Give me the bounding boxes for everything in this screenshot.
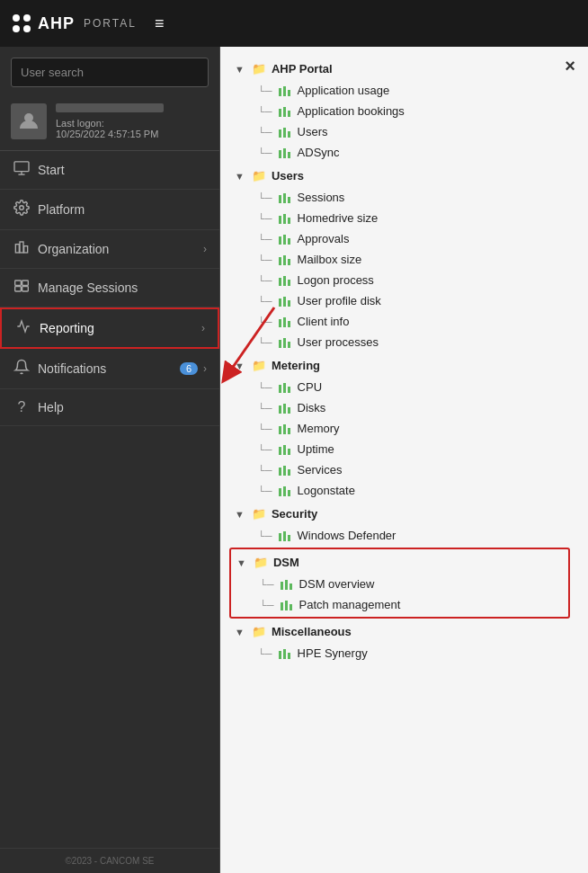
chart-icon <box>278 192 292 204</box>
nav-items: Start Platform Organization <box>0 151 219 848</box>
chart-icon <box>280 578 294 591</box>
svg-rect-66 <box>288 490 290 496</box>
tree-item-logon-process-label: Logon process <box>298 273 374 287</box>
tree-item-hpe-synergy-label: HPE Synergy <box>298 646 368 660</box>
tree-item-logonstate[interactable]: └─ Logonstate <box>254 480 570 501</box>
tree-folder-dsm[interactable]: ▼ 📁 DSM <box>235 551 565 574</box>
user-logon-label: Last logon: <box>56 118 209 129</box>
tree-item-application-usage[interactable]: └─ Application usage <box>254 80 570 101</box>
chart-icon <box>278 274 292 287</box>
logo-dot <box>23 25 31 32</box>
tree-group-miscellaneous: ▼ 📁 Miscellaneous └─ HPE Synergy <box>233 620 570 664</box>
tree-item-homedrive-size[interactable]: └─ Homedrive size <box>254 208 570 228</box>
svg-rect-20 <box>283 128 286 138</box>
logo-text: AHP <box>38 14 75 33</box>
svg-rect-21 <box>288 131 290 138</box>
user-avatar-icon <box>18 111 40 132</box>
tree-item-hpe-synergy[interactable]: └─ HPE Synergy <box>254 643 570 664</box>
tree-item-services[interactable]: └─ Services <box>254 459 570 480</box>
user-name-bar <box>56 103 164 112</box>
svg-rect-50 <box>283 383 286 393</box>
close-button[interactable]: × <box>565 56 575 76</box>
chart-icon <box>278 254 292 266</box>
svg-rect-35 <box>283 255 286 265</box>
tree-group-security: ▼ 📁 Security └─ Windows Defender <box>233 503 570 546</box>
tree-item-disks-label: Disks <box>298 401 326 414</box>
tree-item-windows-defender[interactable]: └─ Windows Defender <box>254 525 570 546</box>
tree-folder-metering[interactable]: ▼ 📁 Metering <box>233 354 570 377</box>
svg-rect-37 <box>279 278 281 286</box>
tree-folder-users[interactable]: ▼ 📁 Users <box>233 165 570 187</box>
tree-item-application-bookings[interactable]: └─ Application bookings <box>254 101 570 121</box>
tree-item-disks[interactable]: └─ Disks <box>254 397 570 418</box>
sidebar-item-notifications[interactable]: Notifications 6 › <box>0 349 219 389</box>
tree-group-metering: ▼ 📁 Metering └─ CPU └─ Disks <box>233 354 570 501</box>
svg-rect-9 <box>22 281 29 285</box>
menu-icon[interactable]: ≡ <box>155 14 165 33</box>
tree-folder-ahp-portal[interactable]: ▼ 📁 AHP Portal <box>233 58 570 80</box>
tree-item-user-processes[interactable]: └─ User processes <box>254 332 570 352</box>
sidebar-item-help[interactable]: ? Help <box>0 389 219 426</box>
sessions-icon <box>13 279 31 297</box>
chart-icon <box>278 336 292 349</box>
tree-item-cpu[interactable]: └─ CPU <box>254 377 570 397</box>
tree-item-user-profile-disk[interactable]: └─ User profile disk <box>254 290 570 311</box>
svg-rect-23 <box>283 148 286 158</box>
folder-icon: 📁 <box>254 556 268 569</box>
tree-children-ahp-portal: └─ Application usage └─ Application book… <box>254 80 570 163</box>
tree-item-homedrive-size-label: Homedrive size <box>298 211 379 225</box>
chart-icon <box>278 647 292 660</box>
svg-rect-36 <box>288 259 290 265</box>
tree-item-sessions[interactable]: └─ Sessions <box>254 187 570 208</box>
tree-folder-security[interactable]: ▼ 📁 Security <box>233 503 570 525</box>
sidebar: Last logon: 10/25/2022 4:57:15 PM Start <box>0 47 220 873</box>
tree-folder-miscellaneous[interactable]: ▼ 📁 Miscellaneous <box>233 620 570 643</box>
sidebar-item-manage-sessions[interactable]: Manage Sessions <box>0 269 219 307</box>
sidebar-item-start[interactable]: Start <box>0 151 219 190</box>
svg-rect-25 <box>279 195 281 203</box>
tree-item-users-ahp[interactable]: └─ Users <box>254 121 570 142</box>
tree-item-cpu-label: CPU <box>298 380 322 394</box>
tree-item-logon-process[interactable]: └─ Logon process <box>254 270 570 290</box>
dropdown-scroll[interactable]: ▼ 📁 AHP Portal └─ Application usage └─ A… <box>220 47 588 873</box>
tree-item-application-bookings-label: Application bookings <box>298 104 405 118</box>
chart-icon <box>278 85 292 97</box>
tree-item-memory[interactable]: └─ Memory <box>254 418 570 439</box>
tree-children-miscellaneous: └─ HPE Synergy <box>254 643 570 664</box>
tree-children-metering: └─ CPU └─ Disks └─ Memory <box>254 377 570 501</box>
svg-rect-39 <box>288 280 290 286</box>
svg-rect-32 <box>283 235 286 245</box>
svg-rect-63 <box>288 469 290 476</box>
svg-rect-13 <box>279 88 281 96</box>
user-logon-time: 10/25/2022 4:57:15 PM <box>56 129 209 139</box>
collapse-arrow-icon: ▼ <box>235 64 245 75</box>
svg-rect-42 <box>288 300 290 307</box>
collapse-arrow-icon: ▼ <box>235 361 245 371</box>
tree-item-approvals[interactable]: └─ Approvals <box>254 228 570 249</box>
tree-item-uptime[interactable]: └─ Uptime <box>254 439 570 459</box>
svg-rect-60 <box>288 449 290 455</box>
chart-icon <box>278 316 292 328</box>
sidebar-item-reporting[interactable]: Reporting › <box>0 307 219 349</box>
tree-item-patch-management[interactable]: └─ Patch management <box>256 594 565 615</box>
svg-rect-51 <box>288 387 290 393</box>
sidebar-item-platform[interactable]: Platform <box>0 190 219 230</box>
sidebar-item-organization[interactable]: Organization › <box>0 230 219 269</box>
tree-item-dsm-overview[interactable]: └─ DSM overview <box>256 574 565 594</box>
svg-rect-71 <box>285 580 288 590</box>
tree-item-adsync[interactable]: └─ ADSync <box>254 142 570 163</box>
tree-item-client-info[interactable]: └─ Client info <box>254 311 570 332</box>
tree-item-mailbox-size[interactable]: └─ Mailbox size <box>254 249 570 270</box>
tree-item-approvals-label: Approvals <box>298 232 350 245</box>
tree-folder-ahp-portal-label: AHP Portal <box>272 62 333 76</box>
tree-item-memory-label: Memory <box>298 422 340 435</box>
header: AHP PORTAL ≡ <box>0 0 588 47</box>
folder-icon: 📁 <box>252 359 266 372</box>
chart-icon <box>278 105 292 118</box>
logo: AHP PORTAL <box>13 14 137 33</box>
tree-item-user-processes-label: User processes <box>298 335 379 349</box>
search-input[interactable] <box>11 58 209 87</box>
sidebar-footer: ©2023 - CANCOM SE <box>0 848 219 873</box>
tree-item-logonstate-label: Logonstate <box>298 484 355 497</box>
sidebar-item-notifications-label: Notifications <box>38 361 106 376</box>
